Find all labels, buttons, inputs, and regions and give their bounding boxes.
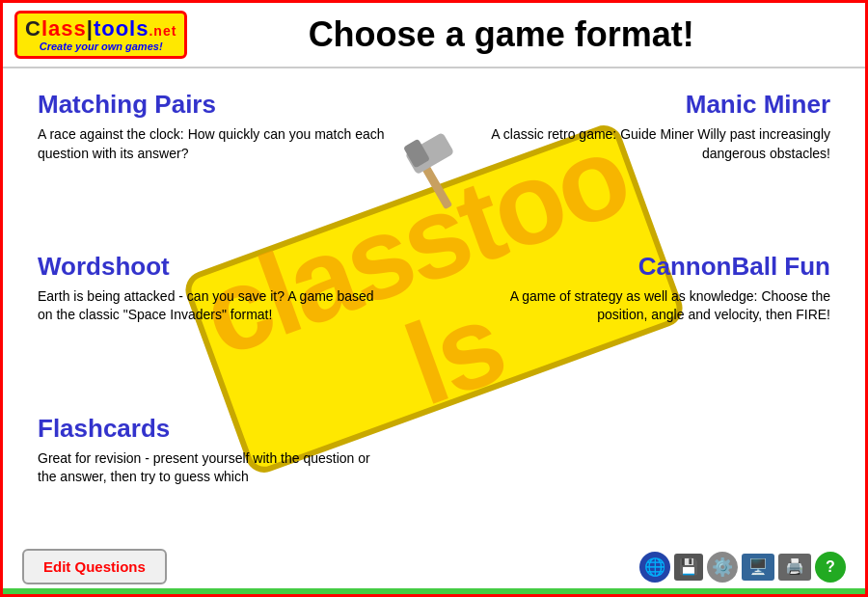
logo[interactable]: Class|tools.net Create your own games! [14, 11, 187, 59]
flashcards-desc: Great for revision - present yourself wi… [38, 449, 385, 487]
wordshoot-title: Wordshoot [38, 252, 419, 282]
game-option-manic-miner[interactable]: Manic Miner A classic retro game: Guide … [434, 78, 846, 240]
edit-questions-button[interactable]: Edit Questions [22, 549, 167, 584]
bottom-bar [3, 588, 865, 594]
cannonball-fun-desc: A game of strategy as well as knowledge:… [483, 287, 830, 325]
game-options-grid: Matching Pairs A race against the clock:… [3, 68, 865, 573]
page-title: Choose a game format! [187, 14, 854, 55]
matching-pairs-desc: A race against the clock: How quickly ca… [38, 125, 385, 163]
game-option-cannonball-fun[interactable]: CannonBall Fun A game of strategy as wel… [434, 240, 846, 402]
footer: Edit Questions 🌐 💾 ⚙️ 🖥️ 🖨️ ? [3, 549, 865, 584]
logo-text: Class|tools.net [25, 17, 176, 41]
gear-icon[interactable]: ⚙️ [707, 552, 738, 583]
logo-subtitle: Create your own games! [40, 41, 163, 52]
toolbar-icons: 🌐 💾 ⚙️ 🖥️ 🖨️ ? [639, 552, 846, 583]
flashcards-title: Flashcards [38, 414, 419, 444]
header: Class|tools.net Create your own games! C… [3, 3, 865, 68]
matching-pairs-title: Matching Pairs [38, 90, 419, 120]
globe-icon[interactable]: 🌐 [639, 552, 670, 583]
help-icon[interactable]: ? [815, 552, 846, 583]
game-option-flashcards[interactable]: Flashcards Great for revision - present … [22, 402, 434, 564]
empty-cell [434, 402, 846, 564]
game-option-matching-pairs[interactable]: Matching Pairs A race against the clock:… [22, 78, 434, 240]
print-icon[interactable]: 🖨️ [778, 554, 811, 581]
wordshoot-desc: Earth is being attacked - can you save i… [38, 287, 385, 325]
monitor-icon[interactable]: 🖥️ [742, 554, 774, 581]
save-icon[interactable]: 💾 [674, 554, 703, 581]
cannonball-fun-title: CannonBall Fun [449, 252, 830, 282]
manic-miner-desc: A classic retro game: Guide Miner Willy … [483, 125, 830, 163]
game-option-wordshoot[interactable]: Wordshoot Earth is being attacked - can … [22, 240, 434, 402]
manic-miner-title: Manic Miner [449, 90, 830, 120]
